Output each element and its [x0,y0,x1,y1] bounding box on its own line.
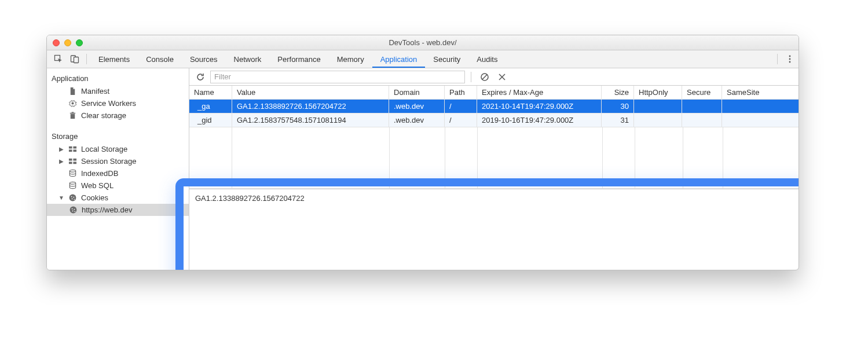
cell-domain: .web.dev [389,100,445,113]
cell-name: _gid [189,113,232,127]
svg-point-3 [789,56,791,57]
zoom-window-button[interactable] [76,39,83,46]
filter-input[interactable] [210,71,465,83]
svg-line-30 [482,74,487,79]
svg-rect-16 [73,162,76,164]
svg-point-21 [73,197,74,198]
cell-path: / [445,113,477,127]
cell-size: 31 [602,113,634,127]
cell-expires-max-age: 2019-10-16T19:47:29.000Z [477,113,602,127]
column-header-samesite[interactable]: SameSite [722,86,792,99]
cell-size: 30 [602,100,634,113]
svg-rect-7 [70,113,75,113]
cell-secure [682,100,722,113]
tab-memory[interactable]: Memory [329,50,372,68]
svg-point-26 [74,209,75,210]
svg-point-27 [72,210,74,211]
column-header-domain[interactable]: Domain [389,86,445,99]
svg-point-23 [74,199,75,200]
svg-point-25 [72,208,73,210]
cookies-panel: NameValueDomainPathExpires / Max-AgeSize… [189,68,799,270]
sidebar-group-application: Application [47,71,189,85]
cell-value: GA1.2.1583757548.1571081194 [232,113,389,127]
cookies-table-body: _gaGA1.2.1338892726.1567204722.web.dev/2… [189,100,799,127]
titlebar: DevTools - web.dev/ [47,35,799,50]
column-header-expires-max-age[interactable]: Expires / Max-Age [477,86,602,99]
tab-performance[interactable]: Performance [269,50,328,68]
sidebar-item-cookies[interactable]: ▼Cookies [47,192,189,204]
application-sidebar: Application▶Manifest▶Service Workers▶Cle… [47,68,189,270]
tab-security[interactable]: Security [425,50,468,68]
cell-expires-max-age: 2021-10-14T19:47:29.000Z [477,100,602,113]
cookie-icon [69,206,78,214]
delete-selected-icon[interactable] [495,69,510,85]
cell-samesite [722,113,792,127]
tab-network[interactable]: Network [226,50,270,68]
sidebar-item-session-storage[interactable]: ▶Session Storage [47,155,189,167]
db-icon [68,181,77,190]
cookies-table-empty-rows [189,127,799,189]
svg-rect-13 [69,159,72,161]
sidebar-item-https-web-dev[interactable]: https://web.dev [47,204,189,216]
cookie-icon [68,193,77,202]
svg-point-24 [70,207,77,214]
more-icon[interactable] [781,50,799,68]
sidebar-item-manifest[interactable]: ▶Manifest [47,85,189,97]
column-header-size[interactable]: Size [602,86,634,99]
svg-rect-2 [74,57,79,63]
clear-all-icon[interactable] [477,69,492,85]
svg-rect-15 [69,162,72,164]
cell-value: GA1.2.1338892726.1567204722 [232,100,389,113]
svg-point-22 [72,198,73,199]
column-header-secure[interactable]: Secure [682,86,722,99]
sidebar-item-web-sql[interactable]: ▶Web SQL [47,179,189,192]
doc-icon [68,87,77,96]
inspect-icon[interactable] [50,50,67,68]
svg-rect-6 [71,114,75,119]
cell-httponly [634,113,682,127]
tab-application[interactable]: Application [372,50,426,68]
traffic-lights [53,39,83,46]
sidebar-item-indexeddb[interactable]: ▶IndexedDB [47,167,189,179]
svg-point-28 [74,211,75,212]
tab-sources[interactable]: Sources [182,50,226,68]
column-header-value[interactable]: Value [232,86,389,99]
sidebar-item-label: https://web.dev [82,206,132,214]
tab-elements[interactable]: Elements [90,50,138,68]
cookies-table-header: NameValueDomainPathExpires / Max-AgeSize… [189,86,799,100]
sidebar-item-service-workers[interactable]: ▶Service Workers [47,97,189,109]
cell-domain: .web.dev [389,113,445,127]
svg-rect-11 [69,149,72,152]
cookie-value-text: GA1.2.1338892726.1567204722 [195,194,305,203]
sidebar-item-label: Session Storage [81,157,136,166]
cell-samesite [722,100,792,113]
cell-httponly [634,100,682,113]
cookie-row[interactable]: _gaGA1.2.1338892726.1567204722.web.dev/2… [189,100,799,113]
devtools-window: DevTools - web.dev/ ElementsConsoleSourc… [46,35,799,270]
cookie-row[interactable]: _gidGA1.2.1583757548.1571081194.web.dev/… [189,113,799,127]
close-window-button[interactable] [53,39,60,46]
sidebar-item-local-storage[interactable]: ▶Local Storage [47,143,189,155]
cell-name: _ga [189,100,232,113]
trash-icon [68,111,77,120]
gear-icon [68,99,77,108]
sidebar-item-label: Local Storage [81,145,127,153]
tab-audits[interactable]: Audits [468,50,506,68]
column-header-httponly[interactable]: HttpOnly [634,86,682,99]
sidebar-item-clear-storage[interactable]: ▶Clear storage [47,109,189,122]
minimize-window-button[interactable] [64,39,71,46]
column-header-name[interactable]: Name [189,86,232,99]
cell-secure [682,113,722,127]
tab-console[interactable]: Console [138,50,182,68]
sidebar-item-label: Web SQL [81,181,113,190]
refresh-icon[interactable] [193,69,208,85]
column-header-path[interactable]: Path [445,86,477,99]
svg-rect-12 [73,149,76,152]
svg-point-17 [69,170,75,172]
window-title: DevTools - web.dev/ [47,38,799,47]
svg-point-4 [789,58,791,60]
device-mode-icon[interactable] [67,50,83,68]
svg-point-18 [69,182,75,184]
sidebar-item-label: IndexedDB [81,169,118,178]
svg-rect-14 [73,159,76,161]
